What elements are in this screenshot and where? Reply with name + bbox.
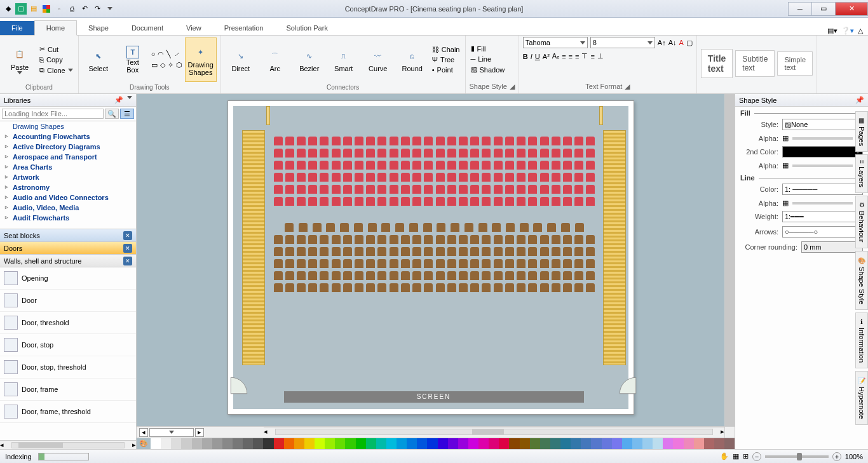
highlight-icon[interactable]: ▢ — [686, 39, 693, 47]
color-swatch[interactable] — [192, 438, 202, 449]
font-color-icon[interactable]: A — [679, 39, 683, 46]
color-swatch[interactable] — [714, 438, 724, 449]
grow-font-icon[interactable]: A↑ — [658, 39, 666, 46]
color-swatch[interactable] — [704, 438, 714, 449]
color-swatch[interactable] — [571, 438, 581, 449]
help-icon[interactable]: ❔▾ — [841, 27, 854, 35]
search-button[interactable]: 🔍 — [105, 109, 119, 119]
snap-icon[interactable]: ▦ — [733, 452, 739, 460]
shape-item[interactable]: Door, threshold — [0, 312, 136, 334]
color-swatch[interactable] — [468, 438, 478, 449]
window-options-icon[interactable]: ▤▾ — [827, 27, 837, 35]
color-swatch[interactable] — [407, 438, 417, 449]
copy-button[interactable]: ⎘Copy — [38, 55, 74, 64]
smart-button[interactable]: ⎍Smart — [328, 37, 360, 82]
color-swatch[interactable] — [438, 438, 448, 449]
library-search-input[interactable] — [2, 109, 104, 119]
color-swatch[interactable] — [284, 438, 294, 449]
color-swatch[interactable] — [540, 438, 550, 449]
color-swatch[interactable] — [345, 438, 355, 449]
point-button[interactable]: •Point — [431, 65, 461, 74]
pin-icon[interactable]: 📌 — [114, 96, 123, 104]
color-swatch[interactable] — [315, 438, 325, 449]
panel-menu-icon[interactable] — [127, 96, 132, 99]
shape-item[interactable]: Door, stop, threshold — [0, 356, 136, 379]
tab-shape[interactable]: Shape — [77, 21, 120, 35]
font-select[interactable]: Tahoma — [523, 37, 588, 48]
color-swatch[interactable] — [222, 438, 233, 449]
align-middle-icon[interactable]: ≡ — [590, 53, 594, 60]
corner-rounding-input[interactable]: 0 mm — [801, 241, 863, 253]
close-icon[interactable]: ✕ — [123, 257, 132, 265]
file-menu[interactable]: File — [0, 21, 34, 35]
direct-button[interactable]: ↘Direct — [225, 37, 257, 82]
superscript-button[interactable]: A² — [543, 53, 550, 60]
shape-item[interactable]: Door, frame, threshold — [0, 401, 136, 423]
fill-style-select[interactable]: ▨ None — [782, 119, 863, 130]
color-swatch[interactable] — [397, 438, 407, 449]
minimize-button[interactable]: ─ — [788, 2, 812, 16]
shape-item[interactable]: Door, stop — [0, 334, 136, 356]
color-swatch[interactable] — [376, 438, 386, 449]
color-swatch[interactable] — [560, 438, 571, 449]
color-swatch[interactable] — [520, 438, 530, 449]
color-swatch[interactable] — [366, 438, 376, 449]
tab-dropdown[interactable] — [149, 428, 194, 437]
color-swatch[interactable] — [386, 438, 397, 449]
canvas-hscroll[interactable]: ◂▸ — [264, 427, 724, 436]
title-text-style[interactable]: Title text — [701, 49, 733, 78]
arrows-select[interactable]: ○─────○ — [782, 226, 863, 238]
qat-undo-icon[interactable]: ↶ — [79, 3, 90, 15]
qat-redo-icon[interactable]: ↷ — [92, 3, 103, 15]
color-swatch[interactable] — [458, 438, 468, 449]
color-swatch[interactable] — [581, 438, 591, 449]
qat-app-icon[interactable]: ◆ — [3, 3, 14, 15]
color-swatch[interactable] — [253, 438, 263, 449]
align-left-icon[interactable]: ≡ — [562, 53, 566, 60]
paste-button[interactable]: 📋Paste — [4, 37, 36, 82]
hand-tool-icon[interactable]: ✋ — [720, 452, 729, 460]
lib-item[interactable]: Accounting Flowcharts — [0, 131, 136, 142]
textbox-button[interactable]: TText Box — [117, 37, 149, 82]
color-swatch[interactable] — [724, 438, 735, 449]
clone-button[interactable]: ⧉Clone — [38, 65, 74, 75]
lib-item[interactable]: Active Directory Diagrams — [0, 142, 136, 152]
tab-behaviour[interactable]: ⚙ Behaviour — [855, 196, 868, 248]
color-swatch[interactable] — [181, 438, 191, 449]
library-section[interactable]: Walls, shell and structure✕ — [0, 255, 136, 267]
zoom-slider[interactable] — [765, 455, 829, 458]
zoom-in-button[interactable]: + — [832, 452, 841, 461]
align-center-icon[interactable]: ≡ — [569, 53, 573, 60]
tab-shape-style[interactable]: 🎨 Shape Style — [855, 251, 868, 310]
library-section[interactable]: Seat blocks✕ — [0, 229, 136, 242]
color-swatch[interactable] — [263, 438, 273, 449]
color-swatch[interactable] — [427, 438, 437, 449]
cut-button[interactable]: ✂Cut — [38, 44, 74, 54]
canvas[interactable]: SCREEN — [137, 94, 724, 426]
lib-item[interactable]: Audio, Video, Media — [0, 203, 136, 213]
lib-item[interactable]: Artwork — [0, 172, 136, 182]
color-picker-icon[interactable]: 🎨 — [137, 438, 151, 449]
color-swatch[interactable] — [642, 438, 653, 449]
pin-icon[interactable]: 📌 — [855, 96, 864, 104]
arc-button[interactable]: ⌒Arc — [259, 37, 291, 82]
color-swatch[interactable] — [417, 438, 427, 449]
drawing-page[interactable]: SCREEN — [227, 100, 634, 415]
close-icon[interactable]: ✕ — [123, 231, 132, 240]
color-swatch[interactable] — [550, 438, 560, 449]
qat-save-icon[interactable]: ▫ — [53, 3, 65, 15]
tab-layers[interactable]: ≡ Layers — [855, 154, 868, 193]
tab-view[interactable]: View — [175, 21, 213, 35]
tab-information[interactable]: ℹ Information — [855, 312, 868, 368]
bold-button[interactable]: B — [523, 53, 528, 60]
tab-pages[interactable]: ▦ Pages — [855, 111, 868, 152]
qat-new-icon[interactable]: ▢ — [15, 3, 27, 15]
tree-view-button[interactable]: ☰ — [120, 109, 134, 119]
round-button[interactable]: ⎌Round — [397, 37, 428, 82]
color-swatch[interactable] — [653, 438, 663, 449]
lib-item[interactable]: Audio and Video Connectors — [0, 192, 136, 203]
color-swatch[interactable] — [325, 438, 335, 449]
close-icon[interactable]: ✕ — [123, 244, 132, 253]
color-swatch[interactable] — [478, 438, 489, 449]
zoom-out-button[interactable]: − — [752, 452, 761, 461]
